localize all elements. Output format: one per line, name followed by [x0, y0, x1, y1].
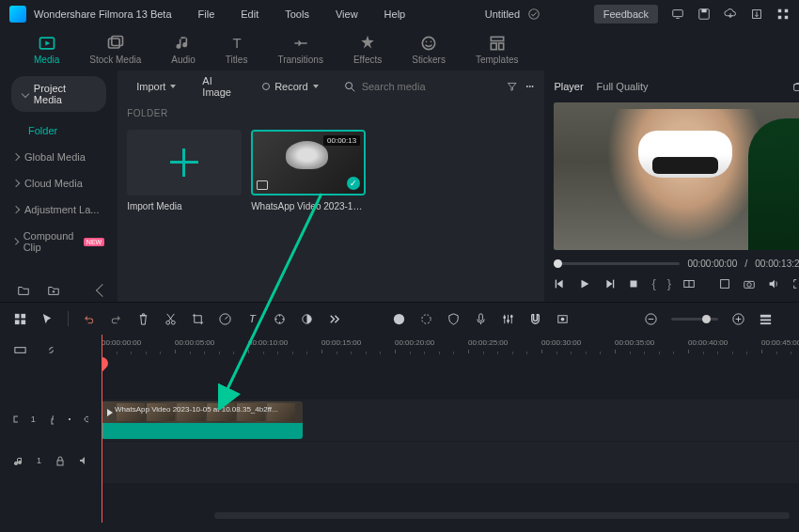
tab-audio[interactable]: Audio	[156, 30, 211, 69]
tab-stock-media[interactable]: Stock Media	[74, 30, 156, 69]
ai-image-button[interactable]: AI Image	[193, 70, 245, 102]
playhead[interactable]	[102, 335, 102, 523]
track-add-icon[interactable]	[13, 343, 27, 357]
zoom-slider[interactable]	[671, 318, 718, 321]
menu-file[interactable]: File	[198, 8, 215, 20]
aspect-icon[interactable]	[682, 277, 696, 290]
layout-icon[interactable]	[13, 312, 27, 326]
svg-point-0	[529, 9, 540, 20]
mark-out-icon[interactable]: }	[667, 276, 671, 290]
media-search[interactable]	[336, 80, 499, 93]
color-icon[interactable]	[300, 312, 314, 326]
tab-transitions[interactable]: Transitions	[262, 30, 338, 69]
folder-plus-icon[interactable]	[47, 284, 60, 297]
sync-icon[interactable]	[527, 8, 540, 21]
prev-frame-icon[interactable]	[554, 277, 567, 290]
tab-stickers[interactable]: Stickers	[397, 30, 461, 69]
import-button[interactable]: Import	[127, 76, 185, 97]
svg-point-41	[171, 321, 175, 324]
snapshot-icon[interactable]	[791, 80, 799, 93]
stop-icon[interactable]	[627, 277, 640, 290]
sidebar-adjustment-layer[interactable]: Adjustment La...	[0, 196, 118, 223]
adjust-icon[interactable]	[273, 312, 287, 326]
more-icon[interactable]	[525, 80, 535, 93]
sidebar-folder[interactable]: Folder	[0, 117, 118, 144]
zoom-out-icon[interactable]	[644, 312, 658, 326]
audio-track-lane[interactable]	[102, 442, 799, 483]
grid-icon[interactable]	[776, 8, 790, 21]
app-logo	[9, 6, 26, 23]
cut-icon[interactable]	[164, 312, 178, 326]
media-item-video[interactable]: 00:00:13 WhatsApp Video 2023-10-05...	[251, 130, 366, 211]
menu-tools[interactable]: Tools	[285, 8, 309, 20]
mute-icon[interactable]	[78, 455, 88, 466]
sidebar-compound-clip[interactable]: Compound ClipNEW	[0, 223, 118, 260]
search-input[interactable]	[362, 81, 492, 92]
import-media-card[interactable]: Import Media	[127, 130, 242, 211]
svg-rect-59	[760, 314, 771, 317]
play-icon[interactable]	[578, 277, 591, 290]
tab-effects[interactable]: Effects	[338, 30, 397, 69]
link-icon[interactable]	[44, 343, 58, 357]
tab-media[interactable]: Media	[19, 30, 74, 69]
menu-help[interactable]: Help	[384, 8, 406, 20]
tab-titles[interactable]: TTitles	[211, 30, 263, 69]
save-icon[interactable]	[697, 8, 711, 21]
timeline-view-icon[interactable]	[759, 312, 773, 326]
player-scrubber[interactable]: 00:00:00:00 / 00:00:13:20	[554, 256, 799, 271]
shield-icon[interactable]	[446, 312, 461, 326]
timeline-clip[interactable]: WhatsApp Video 2023-10-05 at 10.08.35_4b…	[102, 401, 303, 439]
focus-icon[interactable]	[718, 277, 731, 290]
filter-icon[interactable]	[507, 80, 517, 93]
export-icon[interactable]	[750, 8, 763, 21]
cloud-download-icon[interactable]	[724, 8, 737, 21]
green-marker-icon[interactable]	[392, 312, 406, 326]
tab-templates[interactable]: Templates	[461, 30, 534, 69]
next-frame-icon[interactable]	[603, 277, 616, 290]
more-tools-icon[interactable]	[327, 312, 341, 326]
delete-icon[interactable]	[136, 312, 150, 326]
svg-point-51	[510, 315, 513, 318]
text-tool-icon[interactable]: T	[245, 312, 259, 326]
collapse-sidebar-icon[interactable]	[96, 283, 109, 296]
zoom-in-icon[interactable]	[731, 312, 745, 326]
render-icon[interactable]	[419, 312, 433, 326]
record-button[interactable]: Record	[253, 76, 327, 97]
menu-view[interactable]: View	[336, 8, 358, 20]
audio-track-header[interactable]: 1	[0, 440, 102, 481]
crop-icon[interactable]	[191, 312, 205, 326]
lock-icon[interactable]	[55, 455, 65, 466]
lock-icon[interactable]	[49, 414, 54, 425]
speed-icon[interactable]	[218, 312, 232, 326]
timeline-body[interactable]: 00:00:00:0000:00:05:0000:00:10:0000:00:1…	[102, 335, 799, 523]
camera-icon[interactable]	[743, 277, 756, 290]
menu-edit[interactable]: Edit	[241, 8, 258, 20]
fullscreen-icon[interactable]	[791, 277, 799, 290]
video-track-header[interactable]: 1	[0, 399, 102, 440]
marker-icon[interactable]	[556, 312, 570, 326]
volume-icon[interactable]	[767, 277, 780, 290]
player-viewport[interactable]	[554, 102, 799, 250]
timeline-scrollbar[interactable]	[214, 512, 790, 519]
mute-icon[interactable]	[67, 414, 71, 425]
folder-header: FOLDER	[118, 102, 544, 124]
playback-quality-dropdown[interactable]: Full Quality	[597, 81, 654, 92]
undo-icon[interactable]	[82, 312, 96, 326]
svg-point-49	[503, 316, 506, 319]
sidebar-cloud-media[interactable]: Cloud Media	[0, 170, 118, 196]
mark-in-icon[interactable]: {	[651, 276, 655, 290]
magnet-icon[interactable]	[528, 312, 542, 326]
feedback-button[interactable]: Feedback	[594, 5, 658, 23]
cursor-icon[interactable]	[40, 312, 55, 326]
mixer-icon[interactable]	[501, 312, 515, 326]
new-folder-icon[interactable]	[17, 284, 30, 297]
sidebar-global-media[interactable]: Global Media	[0, 144, 118, 170]
redo-icon[interactable]	[109, 312, 123, 326]
timeline-ruler[interactable]: 00:00:00:0000:00:05:0000:00:10:0000:00:1…	[102, 335, 799, 365]
mic-icon[interactable]	[474, 312, 488, 326]
monitor-icon[interactable]	[671, 8, 684, 21]
chevron-right-icon	[12, 180, 20, 187]
eye-icon[interactable]	[84, 414, 88, 425]
sidebar-project-media[interactable]: Project Media	[11, 76, 106, 112]
video-track-lane[interactable]: WhatsApp Video 2023-10-05 at 10.08.35_4b…	[102, 399, 799, 441]
